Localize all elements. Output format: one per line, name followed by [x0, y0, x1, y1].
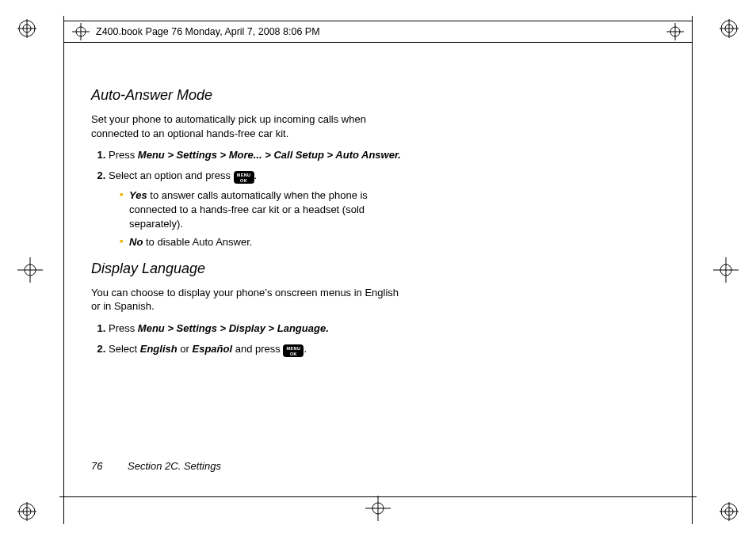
paragraph: You can choose to display your phone’s o… [91, 286, 404, 314]
crop-mark-top-right-icon [720, 19, 739, 38]
crop-mark-bottom-right-icon [720, 502, 739, 521]
text: Press [109, 149, 138, 161]
option-label: No [129, 236, 143, 248]
steps-display-language: Press Menu > Settings > Display > Langua… [91, 321, 404, 357]
text: to disable Auto Answer. [143, 236, 252, 248]
text: or [178, 343, 193, 355]
option-label: Español [193, 343, 233, 355]
section-label: Section 2C. Settings [128, 460, 221, 472]
crop-mark-bottom-left-icon [17, 502, 36, 521]
heading-display-language: Display Language [91, 259, 404, 278]
menu-path: Menu > Settings > More... > Call Setup >… [138, 149, 401, 161]
content-column: Auto-Answer Mode Set your phone to autom… [91, 86, 404, 367]
paragraph: Set your phone to automatically pick up … [91, 112, 404, 140]
text: Press [109, 322, 138, 334]
trim-line [692, 16, 693, 524]
trim-line [63, 16, 64, 524]
menu-path: Menu > Settings > Display > Language. [138, 322, 329, 334]
register-icon [665, 21, 685, 42]
list-item: Press Menu > Settings > More... > Call S… [109, 148, 404, 162]
crop-mark-left-icon [17, 257, 43, 283]
crop-mark-bottom-icon [365, 496, 391, 521]
text: to answer calls automatically when the p… [129, 189, 368, 229]
print-header: Z400.book Page 76 Monday, April 7, 2008 … [63, 21, 693, 43]
list-item: Yes to answer calls automatically when t… [120, 188, 404, 230]
steps-auto-answer: Press Menu > Settings > More... > Call S… [91, 148, 404, 249]
option-label: English [140, 343, 178, 355]
text: Select an option and press [109, 169, 234, 181]
crop-mark-right-icon [713, 257, 739, 283]
list-item: No to disable Auto Answer. [120, 235, 404, 249]
text: . [304, 343, 307, 355]
page: Z400.book Page 76 Monday, April 7, 2008 … [0, 0, 756, 540]
text: Select [109, 343, 140, 355]
page-number: 76 [91, 460, 102, 472]
crop-mark-top-left-icon [17, 19, 36, 38]
menu-ok-key-icon: MENUOK [234, 171, 254, 184]
trim-line [59, 496, 697, 497]
option-label: Yes [129, 189, 147, 201]
heading-auto-answer: Auto-Answer Mode [91, 86, 404, 105]
text: . [254, 169, 258, 181]
list-item: Press Menu > Settings > Display > Langua… [109, 321, 404, 336]
sub-options: Yes to answer calls automatically when t… [109, 188, 404, 249]
print-header-text: Z400.book Page 76 Monday, April 7, 2008 … [96, 26, 320, 37]
page-footer: 76 Section 2C. Settings [91, 460, 221, 472]
menu-ok-key-icon: MENUOK [283, 344, 304, 357]
register-icon [71, 21, 91, 42]
text: and press [232, 343, 283, 355]
list-item: Select an option and press MENUOK. Yes t… [109, 169, 404, 249]
list-item: Select English or Español and press MENU… [109, 342, 404, 358]
